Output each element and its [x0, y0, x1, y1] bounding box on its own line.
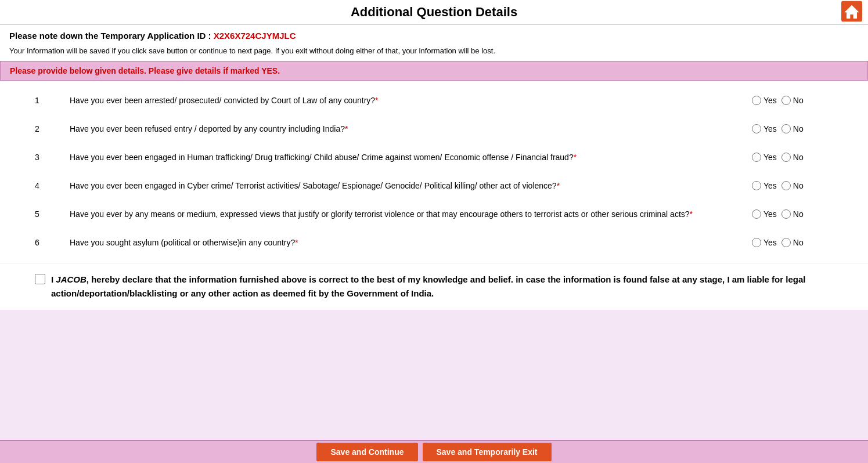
radio-input-no-4[interactable] [781, 181, 791, 190]
radio-yes-label-6: Yes [763, 238, 777, 247]
radio-input-yes-2[interactable] [752, 124, 761, 133]
save-exit-button[interactable]: Save and Temporarily Exit [423, 443, 552, 461]
radio-input-yes-6[interactable] [752, 238, 761, 247]
header-bar: Additional Question Details [0, 0, 868, 25]
radio-group-3: Yes No [752, 151, 833, 162]
required-mark-4: * [557, 181, 560, 190]
question-text-5: Have you ever by any means or medium, ex… [70, 208, 752, 220]
question-num-5: 5 [35, 208, 70, 219]
radio-yes-label-3: Yes [763, 153, 777, 162]
question-row: 1 Have you ever been arrested/ prosecute… [35, 86, 833, 115]
radio-yes-label-1: Yes [763, 96, 777, 105]
question-num-4: 4 [35, 180, 70, 190]
radio-yes-1[interactable]: Yes [752, 96, 777, 105]
question-text-6: Have you sought asylum (political or oth… [70, 237, 752, 249]
required-mark-2: * [345, 124, 348, 133]
radio-no-2[interactable]: No [781, 124, 804, 133]
question-text-2: Have you ever been refused entry / depor… [70, 123, 752, 135]
radio-yes-6[interactable]: Yes [752, 238, 777, 247]
radio-group-6: Yes No [752, 237, 833, 247]
save-continue-button[interactable]: Save and Continue [316, 443, 417, 461]
radio-no-1[interactable]: No [781, 96, 804, 105]
radio-yes-label-4: Yes [763, 181, 777, 190]
temp-id-label: Please note down the Temporary Applicati… [9, 31, 211, 41]
question-row-3: 3 Have you ever been engaged in Human tr… [35, 143, 833, 172]
question-row-5: 5 Have you ever by any means or medium, … [35, 200, 833, 229]
declaration-text: I JACOB, hereby declare that the informa… [51, 273, 833, 301]
radio-input-yes-4[interactable] [752, 181, 761, 190]
radio-group-4: Yes No [752, 180, 833, 190]
temp-id-value: X2X6X724CJYMJLC [214, 31, 296, 41]
radio-input-no-6[interactable] [781, 238, 791, 247]
radio-no-5[interactable]: No [781, 209, 804, 219]
required-mark-1: * [375, 96, 378, 105]
radio-no-label-5: No [793, 209, 804, 219]
declaration-section: I JACOB, hereby declare that the informa… [0, 263, 868, 310]
question-text-3: Have you ever been engaged in Human traf… [70, 151, 752, 164]
radio-input-no-3[interactable] [781, 153, 791, 162]
radio-yes-3[interactable]: Yes [752, 153, 777, 162]
radio-no-label-1: No [793, 96, 804, 105]
declaration-row: I JACOB, hereby declare that the informa… [35, 273, 833, 301]
radio-group-2: Yes No [752, 123, 833, 133]
radio-group-1: Yes No [752, 95, 833, 105]
required-mark-6: * [295, 238, 298, 247]
radio-no-6[interactable]: No [781, 238, 804, 247]
radio-yes-5[interactable]: Yes [752, 209, 777, 219]
radio-input-yes-5[interactable] [752, 209, 761, 219]
radio-no-label-4: No [793, 181, 804, 190]
declaration-text-after: , hereby declare that the information fu… [51, 274, 805, 298]
info-text: Your Information will be saved if you cl… [0, 44, 868, 61]
footer-bar: Save and Continue Save and Temporarily E… [0, 440, 868, 463]
notice-bar: Please provide below given details. Plea… [0, 61, 868, 81]
radio-input-yes-3[interactable] [752, 153, 761, 162]
radio-no-label-3: No [793, 153, 804, 162]
question-text-4: Have you ever been engaged in Cyber crim… [70, 180, 752, 192]
declaration-applicant-name: JACOB [56, 274, 87, 284]
temp-id-row: Please note down the Temporary Applicati… [0, 25, 868, 44]
page-wrapper: Additional Question Details Please note … [0, 0, 868, 463]
radio-input-no-1[interactable] [781, 96, 791, 105]
radio-input-no-5[interactable] [781, 209, 791, 219]
page-title: Additional Question Details [9, 5, 859, 20]
radio-no-label-2: No [793, 124, 804, 133]
declaration-checkbox[interactable] [35, 274, 45, 284]
radio-input-no-2[interactable] [781, 124, 791, 133]
question-row-6: 6 Have you sought asylum (political or o… [35, 229, 833, 257]
radio-no-4[interactable]: No [781, 181, 804, 190]
home-icon-wrap[interactable] [841, 1, 862, 24]
radio-no-3[interactable]: No [781, 153, 804, 162]
question-text-1: Have you ever been arrested/ prosecuted/… [70, 95, 752, 107]
radio-yes-4[interactable]: Yes [752, 181, 777, 190]
question-num-2: 2 [35, 123, 70, 133]
required-mark-3: * [574, 153, 577, 162]
required-mark-5: * [690, 209, 693, 219]
radio-group-5: Yes No [752, 208, 833, 219]
question-num-3: 3 [35, 151, 70, 162]
question-row-2: 2 Have you ever been refused entry / dep… [35, 115, 833, 143]
question-num-6: 6 [35, 237, 70, 247]
question-num-1: 1 [35, 95, 70, 105]
radio-input-yes-1[interactable] [752, 96, 761, 105]
radio-yes-label-2: Yes [763, 124, 777, 133]
question-row-4: 4 Have you ever been engaged in Cyber cr… [35, 172, 833, 200]
home-icon[interactable] [841, 1, 862, 22]
radio-yes-2[interactable]: Yes [752, 124, 777, 133]
questions-section: 1 Have you ever been arrested/ prosecute… [0, 81, 868, 263]
radio-yes-label-5: Yes [763, 209, 777, 219]
radio-no-label-6: No [793, 238, 804, 247]
